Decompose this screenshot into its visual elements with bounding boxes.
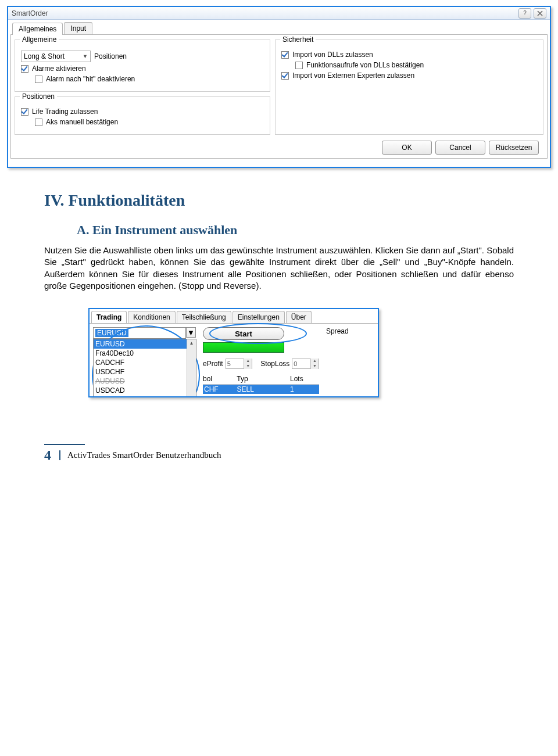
spin-down-icon[interactable]: ▼ [310, 364, 319, 369]
col-lots: Lots [290, 375, 319, 383]
group-positionen-legend: Positionen [20, 92, 57, 101]
tab-einstellungen[interactable]: Einstellungen [233, 311, 285, 323]
aks-manual-checkbox-label: Aks manuell bestätigen [46, 118, 118, 126]
close-button[interactable] [534, 8, 546, 19]
group-sicherheit-legend: Sicherheit [280, 35, 316, 44]
import-extern-checkbox[interactable] [281, 72, 289, 80]
instrument-dropdown[interactable]: EURUSD ▼ EURUSD Fra40Dec10 CADCHF USDCHF… [93, 327, 196, 339]
takeprofit-label: eProfit [203, 360, 223, 368]
help-button[interactable]: ? [518, 8, 531, 19]
dropdown-option[interactable]: USDCAD [94, 386, 196, 395]
spin-down-icon[interactable]: ▼ [244, 364, 252, 369]
table-row[interactable]: CHF SELL 1 [203, 385, 319, 394]
dropdown-option[interactable]: USDCHF [94, 367, 196, 377]
dropdown-option[interactable]: USDJPY [94, 395, 196, 397]
settings-dialog: SmartOrder ? Allgemeines Input Allgemein… [7, 6, 551, 168]
group-allgemeine-legend: Allgemeine [20, 35, 59, 44]
spread-label: Spread [326, 327, 349, 335]
page-number: 4 [44, 447, 51, 463]
aks-manual-checkbox[interactable] [35, 119, 42, 126]
stoploss-value: 0 [292, 360, 310, 367]
tab-trading[interactable]: Trading [91, 311, 127, 323]
dropdown-selected: EURUSD [95, 329, 128, 337]
dll-confirm-checkbox[interactable] [295, 62, 303, 69]
import-dll-checkbox[interactable] [281, 51, 289, 59]
dropdown-option[interactable]: EURUSD [94, 339, 196, 349]
stoploss-label: StopLoss [260, 360, 289, 368]
import-dll-checkbox-label: Import von DLLs zulassen [292, 51, 373, 59]
col-symbol: bol [203, 375, 237, 383]
start-button[interactable]: Start [203, 327, 284, 340]
footer-text: ActivTrades SmartOrder Benutzerhandbuch [59, 450, 221, 460]
dropdown-list[interactable]: EURUSD Fra40Dec10 CADCHF USDCHF AUDUSD U… [93, 339, 196, 397]
heading-a: A. Ein Instrument auswählen [77, 223, 514, 238]
takeprofit-input[interactable]: 5 ▲▼ [226, 359, 253, 369]
dropdown-option[interactable]: CADCHF [94, 358, 196, 367]
tab-konditionen[interactable]: Konditionen [128, 311, 175, 323]
spin-up-icon[interactable]: ▲ [244, 359, 252, 364]
combo-value: Long & Short [24, 52, 65, 60]
cancel-button[interactable]: Cancel [435, 141, 485, 155]
group-sicherheit: Sicherheit Import von DLLs zulassen Funk… [275, 40, 543, 135]
dropdown-option[interactable]: AUDUSD [94, 377, 196, 386]
trading-panel: Trading Konditionen Teilschließung Einst… [88, 308, 379, 397]
tab-allgemeines[interactable]: Allgemeines [12, 23, 63, 35]
spin-up-icon[interactable]: ▲ [310, 359, 319, 364]
col-typ: Typ [237, 375, 290, 383]
heading-iv: IV. Funktionalitäten [44, 191, 514, 210]
import-extern-checkbox-label: Import von Externen Experten zulassen [292, 71, 414, 80]
life-trading-checkbox[interactable] [21, 108, 28, 116]
alarm-hit-checkbox[interactable] [35, 76, 42, 83]
table-header: bol Typ Lots [203, 374, 319, 385]
footer-rule [44, 444, 85, 445]
dropdown-option[interactable]: Fra40Dec10 [94, 349, 196, 358]
position-mode-combo[interactable]: Long & Short ▼ [21, 51, 91, 62]
group-positionen: Positionen Life Trading zulassen Aks man… [15, 96, 270, 135]
ok-button[interactable]: OK [382, 141, 432, 155]
life-trading-checkbox-label: Life Trading zulassen [32, 108, 98, 116]
body-paragraph: Nutzen Sie die Auswahlliste oben links u… [44, 245, 514, 292]
dll-confirm-checkbox-label: Funktionsaufrufe von DLLs bestätigen [306, 61, 424, 69]
cell-lots: 1 [290, 385, 319, 393]
cell-typ: SELL [237, 385, 291, 393]
tab-teilschliessung[interactable]: Teilschließung [177, 311, 231, 323]
scrollbar[interactable]: ▲▼ [187, 339, 196, 397]
window-title: SmartOrder [12, 9, 48, 17]
chevron-down-icon[interactable]: ▼ [186, 327, 196, 338]
alarm-checkbox[interactable] [21, 65, 28, 73]
chevron-down-icon: ▼ [83, 53, 88, 59]
tab-input[interactable]: Input [64, 22, 92, 34]
group-allgemeine: Allgemeine Long & Short ▼ Positionen Ala… [15, 40, 270, 92]
window-titlebar[interactable]: SmartOrder ? [8, 7, 550, 20]
cell-symbol: CHF [203, 385, 237, 393]
status-bar [203, 342, 284, 353]
takeprofit-value: 5 [226, 360, 244, 367]
tabstrip: Allgemeines Input [10, 22, 548, 35]
tab-ueber[interactable]: Über [286, 311, 312, 323]
stoploss-input[interactable]: 0 ▲▼ [292, 359, 319, 369]
alarm-hit-checkbox-label: Alarm nach "hit" deaktivieren [46, 75, 135, 83]
reset-button[interactable]: Rücksetzen [489, 141, 539, 155]
combo-suffix-label: Positionen [94, 52, 127, 60]
alarm-checkbox-label: Alarme aktivieren [32, 65, 86, 73]
page-footer: 4 ActivTrades SmartOrder Benutzerhandbuc… [0, 444, 558, 475]
